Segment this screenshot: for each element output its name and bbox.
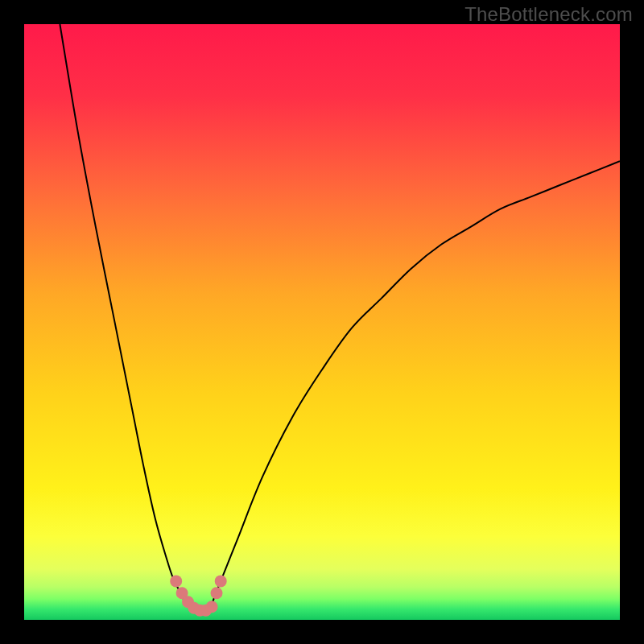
valley-dot	[206, 601, 218, 613]
chart-series-curve-left	[60, 24, 191, 608]
valley-dot	[211, 587, 223, 599]
chart-series-curve-right	[215, 161, 620, 596]
watermark-text: TheBottleneck.com	[464, 3, 633, 26]
valley-dot	[215, 575, 227, 587]
valley-dot	[170, 575, 182, 587]
chart-frame	[24, 24, 620, 620]
chart-plot	[24, 24, 620, 620]
